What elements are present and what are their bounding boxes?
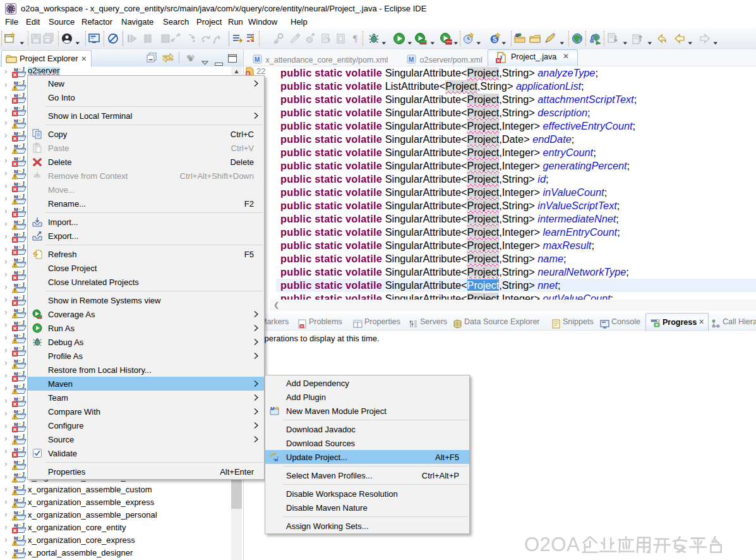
svg-text:M: M bbox=[14, 283, 18, 288]
svg-text:M: M bbox=[14, 270, 18, 276]
svg-text:M: M bbox=[14, 371, 18, 377]
svg-text:M: M bbox=[14, 257, 18, 263]
svg-text:M: M bbox=[270, 406, 275, 411]
svg-text:M: M bbox=[14, 67, 18, 73]
svg-text:M: M bbox=[14, 535, 18, 541]
svg-text:M: M bbox=[14, 485, 18, 490]
svg-text:M: M bbox=[14, 422, 18, 427]
svg-text:M: M bbox=[14, 358, 18, 364]
svg-text:M: M bbox=[275, 458, 278, 462]
svg-text:M: M bbox=[14, 295, 18, 301]
svg-text:M: M bbox=[14, 320, 18, 326]
svg-text:M: M bbox=[14, 460, 18, 465]
svg-text:M: M bbox=[14, 308, 18, 313]
svg-text:M: M bbox=[14, 333, 18, 339]
svg-text:M: M bbox=[14, 510, 18, 516]
svg-text:M: M bbox=[14, 219, 18, 225]
svg-text:M: M bbox=[14, 384, 18, 389]
svg-text:M: M bbox=[14, 409, 18, 415]
svg-text:M: M bbox=[14, 118, 18, 124]
svg-text:M: M bbox=[14, 434, 18, 440]
svg-text:M: M bbox=[14, 181, 18, 187]
svg-text:M: M bbox=[14, 156, 18, 162]
svg-text:M: M bbox=[14, 194, 18, 200]
svg-text:M: M bbox=[14, 80, 18, 86]
svg-text:M: M bbox=[14, 106, 18, 111]
svg-text:M: M bbox=[409, 56, 414, 63]
svg-text:M: M bbox=[14, 523, 18, 528]
svg-text:M: M bbox=[14, 143, 18, 149]
svg-text:M: M bbox=[14, 93, 18, 99]
svg-text:M: M bbox=[14, 497, 18, 503]
svg-text:M: M bbox=[14, 447, 18, 453]
svg-text:M: M bbox=[14, 207, 18, 212]
svg-text:¶: ¶ bbox=[353, 33, 357, 44]
svg-text:M: M bbox=[14, 169, 18, 174]
svg-text:M: M bbox=[14, 131, 18, 137]
svg-text:M: M bbox=[14, 245, 18, 250]
svg-text:M: M bbox=[14, 346, 18, 351]
svg-text:M: M bbox=[255, 56, 260, 63]
svg-text:M: M bbox=[14, 396, 18, 402]
svg-text:M: M bbox=[14, 472, 18, 478]
svg-text:M: M bbox=[14, 232, 18, 238]
svg-text:M: M bbox=[14, 548, 18, 554]
